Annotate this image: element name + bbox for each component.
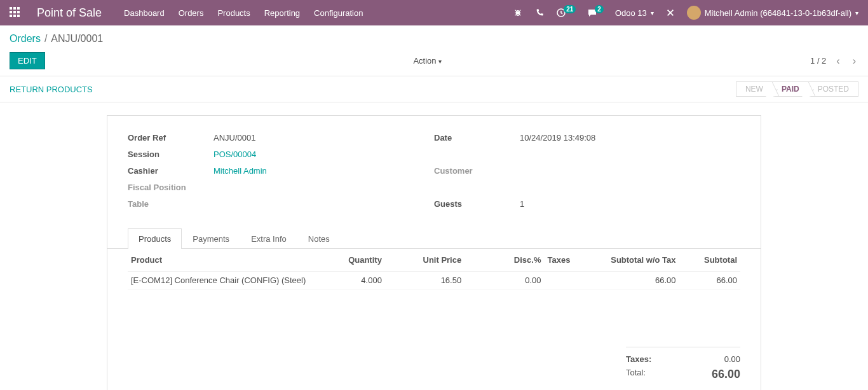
tab-bar: Products Payments Extra Info Notes — [107, 228, 761, 249]
cell-subtotal-wo: 66.00 — [593, 272, 679, 289]
status-step-new[interactable]: NEW — [736, 81, 773, 97]
guests-value: 1 — [520, 199, 524, 209]
table-label: Table — [128, 199, 214, 209]
breadcrumb-current: ANJU/0001 — [51, 33, 103, 45]
avatar — [687, 6, 701, 20]
order-lines-table: Product Quantity Unit Price Disc.% Taxes… — [128, 249, 740, 289]
table-row[interactable]: [E-COM12] Conference Chair (CONFIG) (Ste… — [128, 272, 740, 289]
main-navbar: Point of Sale Dashboard Orders Products … — [0, 0, 868, 25]
pager: 1 / 2 ‹ › — [810, 55, 858, 67]
breadcrumb: Orders / ANJU/0001 — [0, 25, 868, 50]
nav-reporting[interactable]: Reporting — [264, 8, 300, 18]
user-label: Mitchell Admin (664841-13-0-1b63df-all) — [705, 8, 851, 18]
date-label: Date — [434, 133, 520, 143]
pager-text: 1 / 2 — [810, 56, 826, 66]
action-dropdown[interactable]: Action ▾ — [413, 56, 442, 66]
nav-orders[interactable]: Orders — [179, 8, 204, 18]
cashier-label: Cashier — [128, 166, 214, 176]
edit-button[interactable]: EDIT — [10, 52, 45, 69]
grand-total-value: 66.00 — [712, 368, 740, 381]
col-disc: Disc.% — [465, 249, 544, 272]
date-value: 10/24/2019 13:49:08 — [520, 133, 595, 143]
col-subtotal: Subtotal — [679, 249, 740, 272]
close-icon[interactable] — [665, 8, 675, 18]
session-link[interactable]: POS/00004 — [214, 150, 256, 159]
db-label: Odoo 13 — [615, 8, 647, 18]
pager-next[interactable]: › — [850, 55, 858, 67]
cell-quantity: 4.000 — [323, 272, 384, 289]
col-quantity: Quantity — [323, 249, 384, 272]
apps-icon[interactable] — [10, 7, 21, 18]
order-ref-label: Order Ref — [128, 133, 214, 143]
nav-menu: Dashboard Orders Products Reporting Conf… — [124, 8, 363, 18]
status-step-posted[interactable]: POSTED — [809, 81, 858, 97]
chevron-down-icon: ▾ — [651, 10, 654, 17]
cell-subtotal: 66.00 — [679, 272, 740, 289]
nav-dashboard[interactable]: Dashboard — [124, 8, 165, 18]
taxes-total-label: Taxes: — [626, 354, 651, 364]
user-menu[interactable]: Mitchell Admin (664841-13-0-1b63df-all) … — [687, 6, 858, 20]
svg-point-0 — [517, 11, 520, 14]
breadcrumb-parent[interactable]: Orders — [10, 33, 41, 45]
col-taxes: Taxes — [545, 249, 593, 272]
chat-count: 2 — [595, 5, 604, 13]
guests-label: Guests — [434, 199, 520, 209]
grand-total-label: Total: — [626, 368, 646, 381]
cell-product: [E-COM12] Conference Chair (CONFIG) (Ste… — [128, 272, 323, 289]
chevron-down-icon: ▾ — [855, 10, 858, 17]
form-sheet: Order Ref ANJU/0001 Session POS/00004 Ca… — [107, 115, 761, 390]
col-subtotal-wo: Subtotal w/o Tax — [593, 249, 679, 272]
chevron-down-icon: ▾ — [438, 58, 442, 65]
activity-count: 21 — [564, 5, 576, 13]
breadcrumb-sep: / — [44, 33, 47, 45]
status-row: RETURN PRODUCTS NEW PAID POSTED — [0, 76, 868, 102]
chat-badge[interactable]: 2 — [587, 8, 604, 18]
tab-payments[interactable]: Payments — [182, 228, 240, 249]
tab-products[interactable]: Products — [128, 228, 182, 249]
nav-right: 21 2 Odoo 13 ▾ Mitchell Admin (664841-13… — [513, 6, 858, 20]
return-products-button[interactable]: RETURN PRODUCTS — [10, 85, 93, 94]
nav-configuration[interactable]: Configuration — [314, 8, 363, 18]
cell-disc: 0.00 — [465, 272, 544, 289]
nav-products[interactable]: Products — [217, 8, 250, 18]
toolbar: EDIT Action ▾ 1 / 2 ‹ › — [0, 50, 868, 76]
tab-extra-info[interactable]: Extra Info — [240, 228, 297, 249]
db-selector[interactable]: Odoo 13 ▾ — [615, 8, 654, 18]
col-unit-price: Unit Price — [385, 249, 465, 272]
order-ref-value: ANJU/0001 — [214, 133, 255, 143]
phone-icon[interactable] — [534, 8, 545, 18]
session-label: Session — [128, 150, 214, 159]
cell-unit-price: 16.50 — [385, 272, 465, 289]
totals-panel: Taxes: 0.00 Total: 66.00 — [107, 347, 761, 383]
tab-notes[interactable]: Notes — [297, 228, 341, 249]
taxes-total-value: 0.00 — [724, 354, 740, 364]
pager-prev[interactable]: ‹ — [834, 55, 842, 67]
customer-label: Customer — [434, 166, 520, 176]
bug-icon[interactable] — [513, 8, 523, 18]
activity-badge[interactable]: 21 — [556, 8, 576, 18]
cashier-link[interactable]: Mitchell Admin — [214, 166, 267, 176]
col-product: Product — [128, 249, 323, 272]
app-brand[interactable]: Point of Sale — [37, 6, 102, 20]
fiscal-position-label: Fiscal Position — [128, 183, 214, 192]
action-label: Action — [413, 56, 436, 66]
status-steps: NEW PAID POSTED — [736, 81, 858, 97]
cell-taxes — [545, 272, 593, 289]
